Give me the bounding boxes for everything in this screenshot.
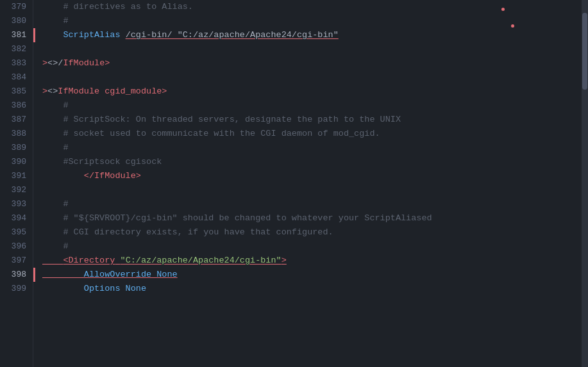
tag-text: ><>/IfModule> (42, 58, 110, 68)
line-number: 385 (0, 85, 26, 99)
line-number: 398 (0, 268, 26, 282)
code-line: # CGI directory exists, if you have that… (42, 225, 588, 240)
red-dot-1 (501, 8, 505, 11)
red-dot-2 (511, 24, 514, 28)
code-area[interactable]: # directives as to Alias. # ScriptAlias … (33, 0, 588, 367)
line-number: 397 (0, 254, 26, 268)
directive-keyword: ScriptAlias (42, 30, 126, 40)
code-line: ><>/IfModule> (42, 56, 588, 70)
comment-text: # directives as to Alias. (42, 2, 193, 12)
line-number: 394 (0, 211, 26, 225)
line-number: 381 (0, 28, 26, 42)
tag-indent-text: </IfModule> (42, 171, 141, 181)
code-line: #Scriptsock cgisock (42, 155, 588, 169)
comment-text: # socket used to communicate with the CG… (42, 129, 380, 138)
scrollbar[interactable] (582, 0, 588, 367)
comment-text: # (42, 199, 69, 209)
code-line: </IfModule> (42, 169, 588, 183)
line-number: 382 (0, 42, 26, 56)
line-number: 386 (0, 99, 26, 113)
line-number: 380 (0, 14, 26, 28)
code-line: Options None (42, 282, 588, 296)
directive-path: /cgi-bin/ "C:/az/apache/Apache24/cgi-bin… (126, 30, 339, 40)
code-line: ScriptAlias /cgi-bin/ "C:/az/apache/Apac… (42, 28, 588, 42)
comment-text: # (42, 241, 69, 251)
line-number: 395 (0, 225, 26, 240)
comment-text: #Scriptsock cgisock (42, 157, 162, 167)
scrollbar-thumb[interactable] (582, 13, 587, 90)
line-indicator (33, 268, 35, 282)
comment-text: # (42, 143, 69, 152)
comment-text: # "${SRVROOT}/cgi-bin" should be changed… (42, 213, 432, 223)
line-number: 384 (0, 70, 26, 85)
tag-text: ><>IfModule cgid_module> (42, 86, 167, 96)
code-line: <Directory "C:/az/apache/Apache24/cgi-bi… (42, 254, 588, 268)
code-line: # "${SRVROOT}/cgi-bin" should be changed… (42, 211, 588, 225)
comment-text: # ScriptSock: On threaded servers, desig… (42, 115, 401, 124)
line-number: 399 (0, 282, 26, 296)
line-number: 391 (0, 169, 26, 183)
line-numbers: 3793803813823833843853863873883893903913… (0, 0, 33, 367)
code-line: # socket used to communicate with the CG… (42, 127, 588, 141)
line-indicator (33, 28, 35, 42)
line-number: 388 (0, 127, 26, 141)
directive-text: AllowOverride None (42, 270, 178, 279)
code-line: # directives as to Alias. (42, 0, 588, 14)
comment-text: # CGI directory exists, if you have that… (42, 227, 333, 237)
directive-text: Options None (42, 284, 146, 293)
code-line: # (42, 197, 588, 211)
code-line: # (42, 141, 588, 155)
comment-text: # (42, 16, 69, 26)
line-number: 390 (0, 155, 26, 169)
line-number: 393 (0, 197, 26, 211)
line-number: 392 (0, 183, 26, 197)
line-number: 387 (0, 113, 26, 127)
code-line (42, 70, 588, 85)
code-line: AllowOverride None (42, 268, 588, 282)
code-line (42, 183, 588, 197)
editor: 3793803813823833843853863873883893903913… (0, 0, 588, 367)
line-number: 396 (0, 240, 26, 254)
line-number: 389 (0, 141, 26, 155)
line-number: 379 (0, 0, 26, 14)
code-line: # ScriptSock: On threaded servers, desig… (42, 113, 588, 127)
line-number: 383 (0, 56, 26, 70)
code-line: # (42, 99, 588, 113)
comment-text: # (42, 101, 69, 110)
code-line: # (42, 14, 588, 28)
code-line (42, 42, 588, 56)
tag-underline-text: <Directory "C:/az/apache/Apache24/cgi-bi… (42, 256, 287, 265)
code-line: # (42, 240, 588, 254)
code-line: ><>IfModule cgid_module> (42, 85, 588, 99)
